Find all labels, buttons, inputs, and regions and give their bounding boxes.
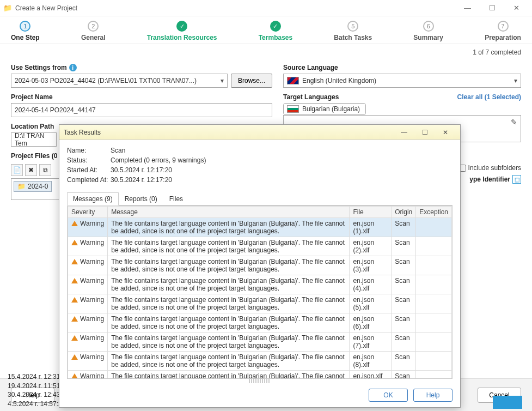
table-row[interactable]: WarningThe file contains target language… <box>68 294 452 313</box>
status-value: Completed (0 errors, 9 warnings) <box>111 156 206 164</box>
messages-table: Severity Message File Origin Exception W… <box>68 206 452 379</box>
started-value: 30.5.2024 г. 12:17:20 <box>111 166 172 174</box>
settings-combo[interactable]: 2024-05-03 PO2024_44042 (D:\PAVEL\01 TXT… <box>11 74 228 88</box>
location-path-input[interactable]: D:\! TRAN Tem <box>11 132 57 147</box>
resize-grip[interactable] <box>249 379 271 383</box>
dialog-title: Task Results <box>64 129 394 136</box>
table-row[interactable]: WarningThe file contains target language… <box>68 371 452 379</box>
message-cell: The file contains target language conten… <box>108 218 350 237</box>
warning-icon <box>71 373 78 379</box>
source-language-combo[interactable]: English (United Kingdom) ▾ <box>283 74 521 88</box>
tab-files[interactable]: Files <box>163 192 189 205</box>
progress-text: 1 of 7 completed <box>0 44 532 58</box>
origin-cell: Scan <box>392 313 416 333</box>
info-icon[interactable]: i <box>69 64 77 71</box>
table-row[interactable]: WarningThe file contains target language… <box>68 256 452 275</box>
warning-icon <box>71 278 78 283</box>
file-list-item[interactable]: 📁 2024-0 <box>14 181 52 192</box>
dialog-maximize-button[interactable]: ☐ <box>414 125 435 140</box>
message-cell: The file contains target language conten… <box>108 275 350 294</box>
step-label: Preparation <box>485 34 521 41</box>
step-summary[interactable]: 6Summary <box>413 21 443 41</box>
step-label: One Step <box>11 34 40 41</box>
type-identifier-icon[interactable]: ⬚ <box>512 175 521 184</box>
file-cell: en.json (4).xlf <box>350 275 392 294</box>
project-name-input[interactable]: 2024-05-14 PO2024_44147 <box>11 103 272 117</box>
exception-cell <box>416 294 452 313</box>
file-cell: en.json (3).xlf <box>350 256 392 275</box>
project-name-label: Project Name <box>11 93 272 101</box>
severity-cell: Warning <box>68 371 108 379</box>
table-row[interactable]: WarningThe file contains target language… <box>68 333 452 352</box>
warning-icon <box>71 240 78 245</box>
table-row[interactable]: WarningThe file contains target language… <box>68 313 452 333</box>
message-cell: The file contains target language conten… <box>108 352 350 371</box>
copy-file-icon[interactable]: ⧉ <box>39 164 51 176</box>
file-cell: en.json.xlf <box>350 371 392 379</box>
target-language-chip[interactable]: Bulgarian (Bulgaria) <box>283 103 366 115</box>
exception-cell <box>416 256 452 275</box>
col-file[interactable]: File <box>350 207 392 218</box>
message-cell: The file contains target language conten… <box>108 237 350 256</box>
app-icon: 📁 <box>3 4 12 13</box>
file-cell: en.json (7).xlf <box>350 333 392 352</box>
step-circle: 2 <box>88 21 99 32</box>
maximize-button[interactable]: ☐ <box>480 0 504 16</box>
add-file-icon[interactable]: 📄 <box>11 164 23 176</box>
table-row[interactable]: WarningThe file contains target language… <box>68 352 452 371</box>
target-languages-label: Target Languages <box>283 93 339 101</box>
origin-cell: Scan <box>392 256 416 275</box>
step-label: Termbases <box>259 34 292 41</box>
ok-button[interactable]: OK <box>369 389 408 402</box>
file-cell: en.json (6).xlf <box>350 313 392 333</box>
origin-cell: Scan <box>392 352 416 371</box>
step-circle: 7 <box>498 21 509 32</box>
col-message[interactable]: Message <box>108 207 350 218</box>
background-timestamps: 15.4.2024 г. 12:31:419.4.2024 г. 11:51:2… <box>8 372 65 409</box>
close-button[interactable]: ✕ <box>504 0 529 16</box>
file-cell: en.json (5).xlf <box>350 294 392 313</box>
completed-key: Completed At: <box>67 176 111 184</box>
col-origin[interactable]: Origin <box>392 207 416 218</box>
origin-cell: Scan <box>392 333 416 352</box>
warning-icon <box>71 316 78 322</box>
minimize-button[interactable]: — <box>455 0 480 16</box>
remove-file-icon[interactable]: ✖ <box>25 164 37 176</box>
origin-cell: Scan <box>392 237 416 256</box>
wizard-stepper: 1One Step2General✓Translation Resources✓… <box>0 16 532 44</box>
exception-cell <box>416 371 452 379</box>
task-results-dialog: Task Results — ☐ ✕ Name:Scan Status:Comp… <box>59 124 461 408</box>
step-circle: 5 <box>347 21 358 32</box>
col-severity[interactable]: Severity <box>68 207 108 218</box>
pencil-icon[interactable]: ✎ <box>511 118 517 126</box>
dialog-minimize-button[interactable]: — <box>394 125 414 140</box>
step-circle: ✓ <box>176 21 187 32</box>
target-language-value: Bulgarian (Bulgaria) <box>302 105 360 113</box>
step-label: Batch Tasks <box>334 34 372 41</box>
type-identifier-label: ype Identifier <box>469 176 510 183</box>
step-general[interactable]: 2General <box>81 21 106 41</box>
severity-cell: Warning <box>68 333 108 352</box>
tab-messages[interactable]: Messages (9) <box>67 192 119 206</box>
warning-icon <box>71 297 78 303</box>
clear-all-link[interactable]: Clear all (1 Selected) <box>457 93 521 101</box>
origin-cell: Scan <box>392 294 416 313</box>
modal-help-button[interactable]: Help <box>413 389 452 402</box>
step-one-step[interactable]: 1One Step <box>11 21 40 41</box>
severity-cell: Warning <box>68 352 108 371</box>
step-translation-resources[interactable]: ✓Translation Resources <box>147 21 217 41</box>
status-key: Status: <box>67 156 111 164</box>
dialog-close-button[interactable]: ✕ <box>435 125 456 140</box>
table-row[interactable]: WarningThe file contains target language… <box>68 237 452 256</box>
message-cell: The file contains target language conten… <box>108 256 350 275</box>
step-batch-tasks[interactable]: 5Batch Tasks <box>334 21 372 41</box>
tab-reports[interactable]: Reports (0) <box>119 192 163 205</box>
chevron-down-icon: ▾ <box>514 77 517 84</box>
table-row[interactable]: WarningThe file contains target language… <box>68 275 452 294</box>
step-termbases[interactable]: ✓Termbases <box>259 21 292 41</box>
titlebar: 📁 Create a New Project — ☐ ✕ <box>0 0 532 16</box>
step-preparation[interactable]: 7Preparation <box>485 21 521 41</box>
table-row[interactable]: WarningThe file contains target language… <box>68 218 452 237</box>
col-exception[interactable]: Exception <box>416 207 452 218</box>
browse-button[interactable]: Browse... <box>231 74 272 88</box>
